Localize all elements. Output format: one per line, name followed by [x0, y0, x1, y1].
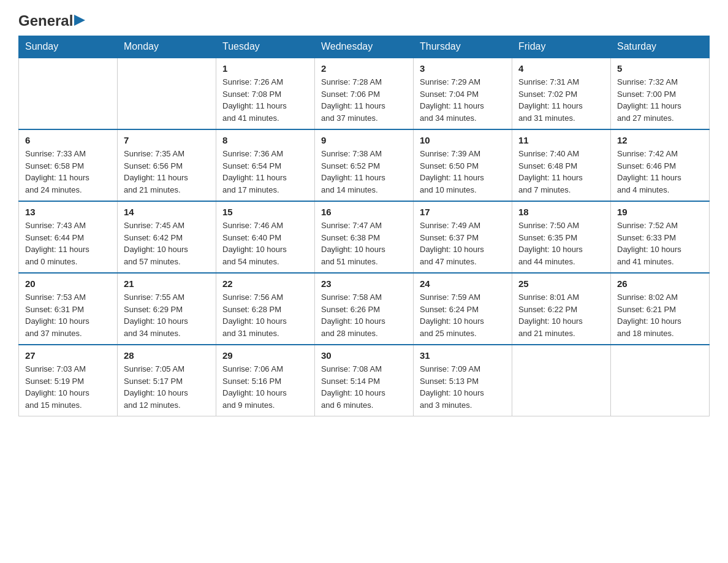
day-number: 5 — [617, 63, 703, 74]
day-detail: Sunrise: 7:58 AM Sunset: 6:26 PM Dayligh… — [321, 291, 407, 339]
day-number: 27 — [25, 350, 111, 361]
calendar-week-row: 13Sunrise: 7:43 AM Sunset: 6:44 PM Dayli… — [19, 201, 710, 273]
calendar-cell: 7Sunrise: 7:35 AM Sunset: 6:56 PM Daylig… — [118, 129, 216, 201]
calendar-cell: 17Sunrise: 7:49 AM Sunset: 6:37 PM Dayli… — [414, 201, 512, 273]
day-detail: Sunrise: 7:32 AM Sunset: 7:00 PM Dayligh… — [617, 76, 703, 124]
day-number: 24 — [420, 278, 506, 289]
day-detail: Sunrise: 7:28 AM Sunset: 7:06 PM Dayligh… — [321, 76, 407, 124]
calendar-week-row: 27Sunrise: 7:03 AM Sunset: 5:19 PM Dayli… — [19, 345, 710, 416]
day-number: 10 — [420, 135, 506, 145]
day-number: 16 — [321, 207, 407, 217]
day-number: 29 — [222, 350, 308, 361]
calendar-cell — [512, 345, 611, 416]
calendar-cell: 23Sunrise: 7:58 AM Sunset: 6:26 PM Dayli… — [315, 273, 414, 345]
calendar-cell: 4Sunrise: 7:31 AM Sunset: 7:02 PM Daylig… — [512, 58, 611, 129]
weekday-header-saturday: Saturday — [611, 36, 710, 58]
calendar-cell: 12Sunrise: 7:42 AM Sunset: 6:46 PM Dayli… — [611, 129, 710, 201]
day-number: 26 — [617, 278, 703, 289]
calendar-cell: 6Sunrise: 7:33 AM Sunset: 6:58 PM Daylig… — [19, 129, 118, 201]
weekday-header-wednesday: Wednesday — [315, 36, 414, 58]
day-number: 11 — [518, 135, 604, 145]
weekday-header-thursday: Thursday — [414, 36, 512, 58]
day-number: 21 — [124, 278, 210, 289]
weekday-header-tuesday: Tuesday — [216, 36, 315, 58]
calendar-cell: 2Sunrise: 7:28 AM Sunset: 7:06 PM Daylig… — [315, 58, 414, 129]
weekday-header-row: SundayMondayTuesdayWednesdayThursdayFrid… — [19, 36, 710, 58]
day-number: 4 — [518, 63, 604, 74]
day-detail: Sunrise: 7:31 AM Sunset: 7:02 PM Dayligh… — [518, 76, 604, 124]
day-detail: Sunrise: 7:45 AM Sunset: 6:42 PM Dayligh… — [124, 220, 210, 267]
weekday-header-friday: Friday — [512, 36, 611, 58]
day-number: 28 — [124, 350, 210, 361]
day-detail: Sunrise: 7:53 AM Sunset: 6:31 PM Dayligh… — [25, 291, 111, 339]
day-number: 17 — [420, 207, 506, 217]
svg-marker-0 — [74, 15, 85, 26]
calendar-table: SundayMondayTuesdayWednesdayThursdayFrid… — [18, 36, 710, 416]
logo-triangle-icon — [74, 13, 86, 27]
day-detail: Sunrise: 7:03 AM Sunset: 5:19 PM Dayligh… — [25, 363, 111, 411]
day-number: 13 — [25, 207, 111, 217]
calendar-cell: 19Sunrise: 7:52 AM Sunset: 6:33 PM Dayli… — [611, 201, 710, 273]
calendar-cell: 18Sunrise: 7:50 AM Sunset: 6:35 PM Dayli… — [512, 201, 611, 273]
calendar-cell: 31Sunrise: 7:09 AM Sunset: 5:13 PM Dayli… — [414, 345, 512, 416]
day-number: 19 — [617, 207, 703, 217]
weekday-header-sunday: Sunday — [19, 36, 118, 58]
day-detail: Sunrise: 7:38 AM Sunset: 6:52 PM Dayligh… — [321, 148, 407, 196]
calendar-week-row: 20Sunrise: 7:53 AM Sunset: 6:31 PM Dayli… — [19, 273, 710, 345]
day-detail: Sunrise: 7:52 AM Sunset: 6:33 PM Dayligh… — [617, 220, 703, 267]
page-header: General — [18, 12, 710, 29]
day-number: 25 — [518, 278, 604, 289]
day-detail: Sunrise: 7:09 AM Sunset: 5:13 PM Dayligh… — [420, 363, 506, 411]
calendar-cell: 21Sunrise: 7:55 AM Sunset: 6:29 PM Dayli… — [118, 273, 216, 345]
day-detail: Sunrise: 7:56 AM Sunset: 6:28 PM Dayligh… — [222, 291, 308, 339]
calendar-cell: 11Sunrise: 7:40 AM Sunset: 6:48 PM Dayli… — [512, 129, 611, 201]
calendar-cell: 16Sunrise: 7:47 AM Sunset: 6:38 PM Dayli… — [315, 201, 414, 273]
calendar-cell: 24Sunrise: 7:59 AM Sunset: 6:24 PM Dayli… — [414, 273, 512, 345]
logo-general-text: General — [18, 12, 73, 29]
logo: General — [18, 12, 86, 29]
day-number: 8 — [222, 135, 308, 145]
day-number: 15 — [222, 207, 308, 217]
day-detail: Sunrise: 7:40 AM Sunset: 6:48 PM Dayligh… — [518, 148, 604, 196]
calendar-cell — [19, 58, 118, 129]
calendar-cell: 9Sunrise: 7:38 AM Sunset: 6:52 PM Daylig… — [315, 129, 414, 201]
calendar-cell: 28Sunrise: 7:05 AM Sunset: 5:17 PM Dayli… — [118, 345, 216, 416]
day-detail: Sunrise: 7:55 AM Sunset: 6:29 PM Dayligh… — [124, 291, 210, 339]
day-number: 7 — [124, 135, 210, 145]
calendar-cell — [118, 58, 216, 129]
day-number: 1 — [222, 63, 308, 74]
calendar-cell: 13Sunrise: 7:43 AM Sunset: 6:44 PM Dayli… — [19, 201, 118, 273]
day-number: 18 — [518, 207, 604, 217]
calendar-cell: 8Sunrise: 7:36 AM Sunset: 6:54 PM Daylig… — [216, 129, 315, 201]
day-number: 20 — [25, 278, 111, 289]
calendar-cell: 20Sunrise: 7:53 AM Sunset: 6:31 PM Dayli… — [19, 273, 118, 345]
calendar-cell: 30Sunrise: 7:08 AM Sunset: 5:14 PM Dayli… — [315, 345, 414, 416]
day-number: 22 — [222, 278, 308, 289]
day-detail: Sunrise: 8:02 AM Sunset: 6:21 PM Dayligh… — [617, 291, 703, 339]
day-detail: Sunrise: 7:29 AM Sunset: 7:04 PM Dayligh… — [420, 76, 506, 124]
calendar-cell: 15Sunrise: 7:46 AM Sunset: 6:40 PM Dayli… — [216, 201, 315, 273]
day-detail: Sunrise: 8:01 AM Sunset: 6:22 PM Dayligh… — [518, 291, 604, 339]
day-detail: Sunrise: 7:59 AM Sunset: 6:24 PM Dayligh… — [420, 291, 506, 339]
calendar-cell: 10Sunrise: 7:39 AM Sunset: 6:50 PM Dayli… — [414, 129, 512, 201]
day-detail: Sunrise: 7:39 AM Sunset: 6:50 PM Dayligh… — [420, 148, 506, 196]
day-detail: Sunrise: 7:47 AM Sunset: 6:38 PM Dayligh… — [321, 220, 407, 267]
day-detail: Sunrise: 7:08 AM Sunset: 5:14 PM Dayligh… — [321, 363, 407, 411]
calendar-cell: 26Sunrise: 8:02 AM Sunset: 6:21 PM Dayli… — [611, 273, 710, 345]
calendar-cell: 29Sunrise: 7:06 AM Sunset: 5:16 PM Dayli… — [216, 345, 315, 416]
calendar-cell: 3Sunrise: 7:29 AM Sunset: 7:04 PM Daylig… — [414, 58, 512, 129]
day-detail: Sunrise: 7:46 AM Sunset: 6:40 PM Dayligh… — [222, 220, 308, 267]
day-number: 3 — [420, 63, 506, 74]
calendar-week-row: 1Sunrise: 7:26 AM Sunset: 7:08 PM Daylig… — [19, 58, 710, 129]
day-detail: Sunrise: 7:05 AM Sunset: 5:17 PM Dayligh… — [124, 363, 210, 411]
calendar-cell: 25Sunrise: 8:01 AM Sunset: 6:22 PM Dayli… — [512, 273, 611, 345]
day-detail: Sunrise: 7:35 AM Sunset: 6:56 PM Dayligh… — [124, 148, 210, 196]
day-number: 31 — [420, 350, 506, 361]
weekday-header-monday: Monday — [118, 36, 216, 58]
day-detail: Sunrise: 7:43 AM Sunset: 6:44 PM Dayligh… — [25, 220, 111, 267]
day-number: 23 — [321, 278, 407, 289]
calendar-cell: 27Sunrise: 7:03 AM Sunset: 5:19 PM Dayli… — [19, 345, 118, 416]
day-detail: Sunrise: 7:26 AM Sunset: 7:08 PM Dayligh… — [222, 76, 308, 124]
day-number: 12 — [617, 135, 703, 145]
day-detail: Sunrise: 7:49 AM Sunset: 6:37 PM Dayligh… — [420, 220, 506, 267]
